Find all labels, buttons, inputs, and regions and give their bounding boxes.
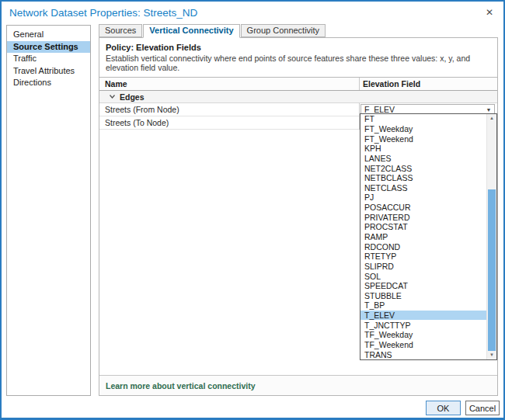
dropdown-item-netbclass[interactable]: NETBCLASS xyxy=(360,173,486,183)
dropdown-item-t-jncttyp[interactable]: T_JNCTTYP xyxy=(360,320,486,330)
dropdown-item-kph[interactable]: KPH xyxy=(360,144,486,154)
learn-more-bar: Learn more about vertical connectivity xyxy=(99,375,497,395)
close-icon[interactable]: ✕ xyxy=(486,7,493,18)
dropdown-item-sol[interactable]: SOL xyxy=(360,271,486,281)
dropdown-item-list: FTFT_WeekdayFT_WeekendKPHLANESNET2CLASSN… xyxy=(360,114,486,359)
sidebar-item-traffic[interactable]: Traffic xyxy=(7,53,90,65)
tab-bar: SourcesVertical ConnectivityGroup Connec… xyxy=(99,24,498,37)
dropdown-item-procstat[interactable]: PROCSTAT xyxy=(360,222,486,232)
dialog-title: Network Dataset Properties: Streets_ND xyxy=(9,7,197,19)
network-dataset-properties-dialog: Network Dataset Properties: Streets_ND ✕… xyxy=(0,0,505,420)
dropdown-item-rtetyp[interactable]: RTETYP xyxy=(360,252,486,262)
sidebar-item-general[interactable]: General xyxy=(7,29,90,41)
tab-sources[interactable]: Sources xyxy=(99,24,142,37)
scroll-up-icon[interactable]: ▲ xyxy=(487,114,496,123)
dropdown-item-t-bp[interactable]: T_BP xyxy=(360,300,486,311)
dropdown-item-trans[interactable]: TRANS xyxy=(360,349,486,359)
dropdown-item-ramp[interactable]: RAMP xyxy=(360,232,486,242)
scroll-down-icon[interactable]: ▼ xyxy=(487,351,496,359)
dropdown-item-ft-weekend[interactable]: FT_Weekend xyxy=(360,134,486,144)
dropdown-scrollbar[interactable]: ▲ ▼ xyxy=(486,114,496,359)
dropdown-item-posaccur[interactable]: POSACCUR xyxy=(360,203,486,213)
ok-button[interactable]: OK xyxy=(426,401,461,415)
dropdown-item-net2class[interactable]: NET2CLASS xyxy=(360,163,486,173)
dropdown-item-netclass[interactable]: NETCLASS xyxy=(360,182,486,193)
dropdown-item-speedcat[interactable]: SPEEDCAT xyxy=(360,281,486,291)
dropdown-item-rdcond[interactable]: RDCOND xyxy=(360,241,486,252)
elevation-field-dropdown-popup: FTFT_WeekdayFT_WeekendKPHLANESNET2CLASSN… xyxy=(360,113,497,360)
scrollbar-track[interactable] xyxy=(487,123,496,351)
sidebar-item-directions[interactable]: Directions xyxy=(7,77,90,89)
sidebar: GeneralSource SettingsTrafficTravel Attr… xyxy=(6,25,91,396)
title-bar: Network Dataset Properties: Streets_ND ✕ xyxy=(2,2,503,25)
dropdown-item-sliprd[interactable]: SLIPRD xyxy=(360,262,486,272)
group-label: Edges xyxy=(120,92,145,102)
row-name-label: Streets (To Node) xyxy=(99,116,359,129)
tab-vertical-connectivity[interactable]: Vertical Connectivity xyxy=(143,24,239,38)
tab-group-connectivity[interactable]: Group Connectivity xyxy=(241,24,326,37)
chevron-down-icon xyxy=(109,93,116,100)
dropdown-item-tf-weekend[interactable]: TF_Weekend xyxy=(360,340,486,350)
group-row-edges[interactable]: Edges xyxy=(99,91,497,103)
policy-description: Establish vertical connectivity where en… xyxy=(99,53,497,77)
scrollbar-thumb[interactable] xyxy=(488,189,496,351)
column-header-name: Name xyxy=(99,78,359,90)
dropdown-item-ft-weekday[interactable]: FT_Weekday xyxy=(360,124,486,134)
dropdown-item-lanes[interactable]: LANES xyxy=(360,154,486,164)
dropdown-item-ft[interactable]: FT xyxy=(360,114,486,124)
row-name-label: Streets (From Node) xyxy=(99,103,359,116)
column-header-elevation-field: Elevation Field xyxy=(359,78,497,90)
dropdown-item-t-elev[interactable]: T_ELEV xyxy=(360,311,486,321)
sidebar-item-source-settings[interactable]: Source Settings xyxy=(7,41,90,54)
policy-heading: Policy: Elevation Fields xyxy=(99,38,497,53)
dropdown-item-pj[interactable]: PJ xyxy=(360,193,486,203)
dropdown-item-stubble[interactable]: STUBBLE xyxy=(360,291,486,301)
cancel-button[interactable]: Cancel xyxy=(465,401,500,415)
table-header-row: Name Elevation Field xyxy=(99,78,497,91)
learn-more-link[interactable]: Learn more about vertical connectivity xyxy=(106,381,256,390)
sidebar-item-travel-attributes[interactable]: Travel Attributes xyxy=(7,65,90,78)
dropdown-item-tf-weekday[interactable]: TF_Weekday xyxy=(360,330,486,340)
dropdown-item-privaterd[interactable]: PRIVATERD xyxy=(360,212,486,222)
